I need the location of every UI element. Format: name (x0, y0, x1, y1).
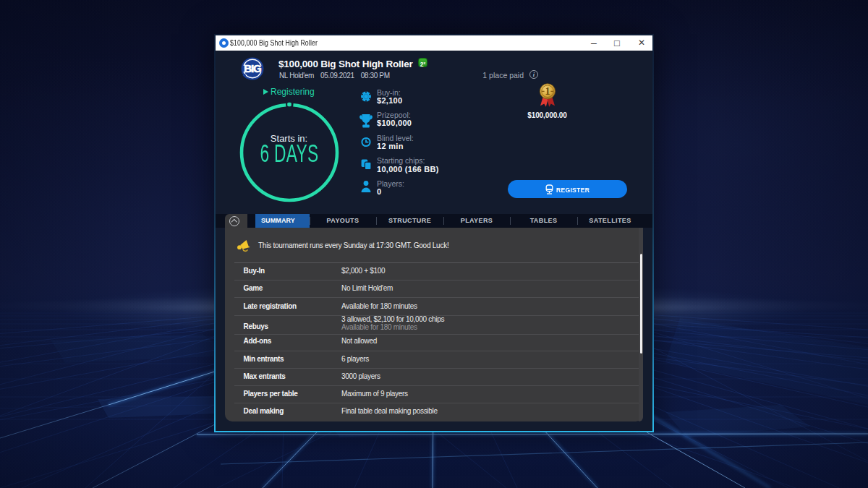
svg-text:BIG: BIG (244, 62, 261, 74)
svg-text:1: 1 (545, 86, 550, 97)
